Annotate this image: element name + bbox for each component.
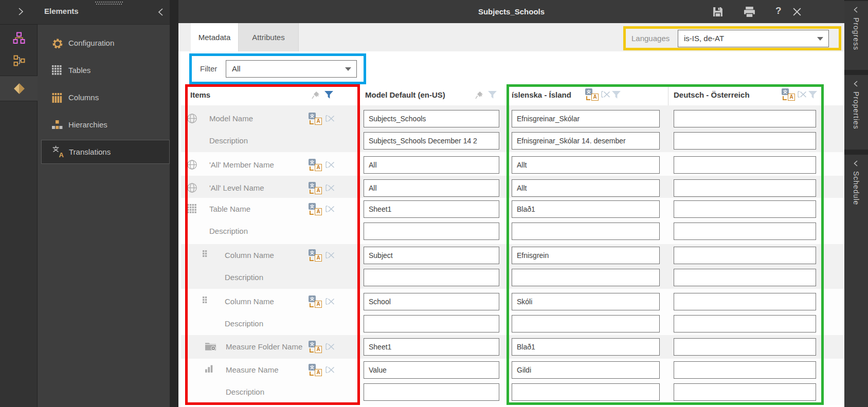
cell-islenska[interactable] [512,179,660,197]
row-label: Description [209,132,304,150]
clear-translation-row-icon[interactable] [325,114,336,123]
row-label: Description [225,315,320,332]
row-label: 'All' Level Name [209,179,304,197]
cell-model-default[interactable] [364,110,499,127]
cell-deutsch[interactable] [674,223,816,240]
translate-row-icon[interactable]: A [309,182,322,194]
column-row-icon [202,250,214,261]
cell-model-default[interactable] [364,156,499,174]
cell-islenska[interactable] [512,110,660,127]
cell-model-default[interactable] [364,132,499,150]
translate-row-icon[interactable]: A [309,203,322,215]
cell-deutsch[interactable] [674,247,816,264]
cell-model-default[interactable] [364,247,499,264]
clear-translation-row-icon[interactable] [325,365,336,375]
cell-islenska[interactable] [512,293,660,310]
translate-column-icon[interactable]: A [782,88,795,101]
cell-islenska[interactable] [512,315,660,332]
table-row-icon [187,203,199,215]
cell-model-default[interactable] [364,361,499,379]
clear-translation-row-icon[interactable] [325,250,336,260]
pin-icon[interactable] [475,91,483,102]
translate-row-icon[interactable]: A [309,159,322,171]
cell-model-default[interactable] [364,315,499,332]
clear-translation-row-icon[interactable] [325,204,336,214]
translate-column-icon[interactable]: A [585,88,599,101]
folder-row-icon [205,341,217,353]
row-label: Model Name [209,110,304,127]
clear-translation-row-icon[interactable] [325,342,336,351]
cell-islenska[interactable] [512,383,660,401]
cell-deutsch[interactable] [674,315,816,332]
cell-deutsch[interactable] [674,269,816,286]
globe-row-icon [187,113,199,124]
pin-icon[interactable] [312,91,320,102]
row-label: Measure Folder Name [226,338,321,356]
cell-model-default[interactable] [364,223,499,240]
clear-translations-icon[interactable] [601,89,611,101]
cell-islenska[interactable] [512,132,660,150]
cell-deutsch[interactable] [674,200,816,218]
clear-translation-row-icon[interactable] [325,297,336,306]
row-label: Column Name [225,247,320,264]
row-label: Description [209,223,304,240]
cell-deutsch[interactable] [674,383,816,401]
cell-islenska[interactable] [512,156,660,174]
cell-islenska[interactable] [512,338,660,356]
column-header-model-default[interactable]: Model Default (en-US) [365,84,445,105]
cell-islenska[interactable] [512,200,660,218]
cell-model-default[interactable] [364,179,499,197]
filter-funnel-icon[interactable] [611,90,621,101]
row-label: Description [226,383,321,401]
cell-islenska[interactable] [512,247,660,264]
column-header-items[interactable]: Items [190,84,210,105]
globe-row-icon [187,159,199,171]
globe-row-icon [187,182,199,194]
column-header-islenska[interactable]: íslenska - Ísland [512,84,571,105]
cell-model-default[interactable] [364,293,499,310]
row-label: Description [225,269,320,286]
translation-grid: AModel NameDescriptionA'All' Member Name… [0,0,868,407]
cell-deutsch[interactable] [674,132,816,150]
column-header-deutsch[interactable]: Deutsch - Österreich [674,84,750,105]
cell-deutsch[interactable] [674,179,816,197]
row-label: 'All' Member Name [209,156,304,174]
clear-translations-icon[interactable] [797,89,808,101]
translate-row-icon[interactable]: A [309,113,322,125]
cell-model-default[interactable] [364,338,499,356]
filter-funnel-icon[interactable] [808,90,818,101]
app-root: { "window": { "title": "Subjects_Schools… [0,0,868,407]
row-label: Table Name [209,200,304,218]
filter-funnel-icon[interactable] [487,90,497,101]
clear-translation-row-icon[interactable] [325,183,336,193]
column-row-icon [202,296,214,307]
row-label: Column Name [225,293,320,310]
cell-deutsch[interactable] [674,338,816,356]
cell-deutsch[interactable] [674,156,816,174]
cell-model-default[interactable] [364,200,499,218]
cell-deutsch[interactable] [674,110,816,127]
cell-deutsch[interactable] [674,361,816,379]
cell-islenska[interactable] [512,269,660,286]
filter-funnel-icon[interactable] [324,90,334,101]
clear-translation-row-icon[interactable] [325,160,336,170]
cell-islenska[interactable] [512,223,660,240]
cell-islenska[interactable] [512,361,660,379]
cell-model-default[interactable] [364,269,499,286]
row-label: Measure Name [226,361,321,379]
measure-row-icon [205,364,217,376]
cell-deutsch[interactable] [674,293,816,310]
cell-model-default[interactable] [364,383,499,401]
